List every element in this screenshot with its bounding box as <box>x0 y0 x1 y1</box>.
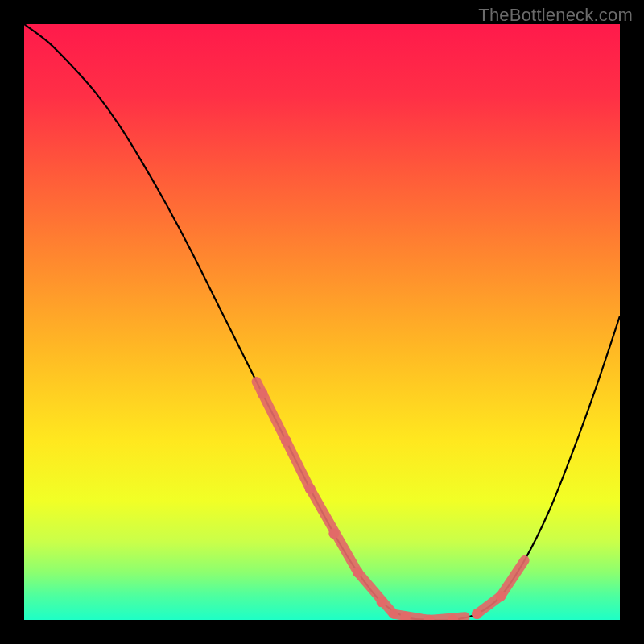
highlight-segment <box>429 617 464 620</box>
highlight-dot <box>305 484 316 494</box>
highlight-dot <box>353 567 363 577</box>
highlight-dot <box>281 436 291 447</box>
plot-area <box>24 24 620 620</box>
highlight-dot <box>377 597 387 607</box>
highlight-dot <box>496 591 506 601</box>
watermark-text: TheBottleneck.com <box>478 5 633 26</box>
highlight-dot <box>328 528 339 539</box>
gradient-background <box>24 24 620 620</box>
chart-container: TheBottleneck.com <box>0 0 644 644</box>
highlight-dot <box>258 388 268 398</box>
bottleneck-curve-chart <box>24 24 620 620</box>
highlight-dot <box>472 609 482 619</box>
highlight-segment <box>394 614 429 620</box>
